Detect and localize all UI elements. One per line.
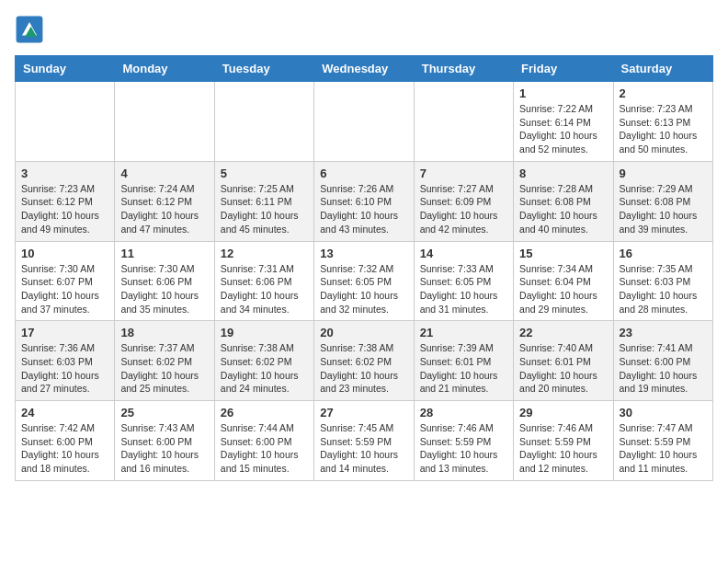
calendar-header-row: SundayMondayTuesdayWednesdayThursdayFrid… [16,56,713,82]
calendar-cell: 1Sunrise: 7:22 AM Sunset: 6:14 PM Daylig… [514,82,613,162]
day-info: Sunrise: 7:36 AM Sunset: 6:03 PM Dayligh… [21,341,108,396]
day-info: Sunrise: 7:26 AM Sunset: 6:10 PM Dayligh… [320,182,407,236]
logo [15,15,48,44]
day-number: 6 [320,167,407,180]
day-number: 17 [21,326,108,339]
day-number: 8 [519,167,607,180]
calendar-week-row: 1Sunrise: 7:22 AM Sunset: 6:14 PM Daylig… [16,82,713,162]
day-number: 26 [221,406,308,419]
day-number: 18 [120,326,208,339]
calendar-cell: 27Sunrise: 7:45 AM Sunset: 5:59 PM Dayli… [314,401,414,481]
day-info: Sunrise: 7:31 AM Sunset: 6:06 PM Dayligh… [221,262,308,316]
calendar-week-row: 10Sunrise: 7:30 AM Sunset: 6:07 PM Dayli… [16,241,713,321]
calendar-cell: 5Sunrise: 7:25 AM Sunset: 6:11 PM Daylig… [214,161,313,241]
calendar-cell: 29Sunrise: 7:46 AM Sunset: 5:59 PM Dayli… [514,401,613,481]
day-info: Sunrise: 7:41 AM Sunset: 6:00 PM Dayligh… [620,341,707,396]
calendar-cell: 13Sunrise: 7:32 AM Sunset: 6:05 PM Dayli… [314,241,414,321]
calendar-cell: 20Sunrise: 7:38 AM Sunset: 6:02 PM Dayli… [314,321,414,401]
calendar-cell: 21Sunrise: 7:39 AM Sunset: 6:01 PM Dayli… [414,321,513,401]
day-info: Sunrise: 7:47 AM Sunset: 5:59 PM Dayligh… [620,421,707,476]
day-info: Sunrise: 7:32 AM Sunset: 6:05 PM Dayligh… [320,262,407,316]
day-info: Sunrise: 7:38 AM Sunset: 6:02 PM Dayligh… [221,341,308,396]
calendar-cell: 28Sunrise: 7:46 AM Sunset: 5:59 PM Dayli… [414,401,513,481]
day-info: Sunrise: 7:27 AM Sunset: 6:09 PM Dayligh… [420,182,507,236]
calendar-cell [16,82,115,162]
day-number: 2 [620,86,707,100]
column-header-friday: Friday [514,56,613,82]
day-info: Sunrise: 7:46 AM Sunset: 5:59 PM Dayligh… [420,421,507,476]
day-number: 1 [519,86,607,100]
day-number: 22 [519,326,607,339]
calendar-cell [115,82,214,162]
calendar-cell: 9Sunrise: 7:29 AM Sunset: 6:08 PM Daylig… [613,161,712,241]
day-info: Sunrise: 7:44 AM Sunset: 6:00 PM Dayligh… [221,421,308,476]
day-info: Sunrise: 7:39 AM Sunset: 6:01 PM Dayligh… [420,341,507,396]
day-number: 9 [620,167,707,180]
page-header [15,15,713,44]
day-info: Sunrise: 7:22 AM Sunset: 6:14 PM Dayligh… [519,102,607,156]
day-info: Sunrise: 7:35 AM Sunset: 6:03 PM Dayligh… [620,262,707,316]
day-info: Sunrise: 7:23 AM Sunset: 6:13 PM Dayligh… [620,102,707,156]
day-number: 3 [21,167,108,180]
day-info: Sunrise: 7:33 AM Sunset: 6:05 PM Dayligh… [420,262,507,316]
day-number: 14 [420,247,507,260]
calendar-cell: 30Sunrise: 7:47 AM Sunset: 5:59 PM Dayli… [613,401,712,481]
column-header-tuesday: Tuesday [214,56,313,82]
day-info: Sunrise: 7:23 AM Sunset: 6:12 PM Dayligh… [21,182,108,236]
day-info: Sunrise: 7:30 AM Sunset: 6:07 PM Dayligh… [21,262,108,316]
calendar-cell: 14Sunrise: 7:33 AM Sunset: 6:05 PM Dayli… [414,241,513,321]
day-number: 21 [420,326,507,339]
calendar-cell: 18Sunrise: 7:37 AM Sunset: 6:02 PM Dayli… [115,321,214,401]
calendar-week-row: 24Sunrise: 7:42 AM Sunset: 6:00 PM Dayli… [16,401,713,481]
day-number: 16 [620,247,707,260]
day-info: Sunrise: 7:45 AM Sunset: 5:59 PM Dayligh… [320,421,407,476]
day-number: 13 [320,247,407,260]
calendar-cell: 3Sunrise: 7:23 AM Sunset: 6:12 PM Daylig… [16,161,115,241]
day-number: 15 [519,247,607,260]
column-header-saturday: Saturday [613,56,712,82]
calendar-cell: 15Sunrise: 7:34 AM Sunset: 6:04 PM Dayli… [514,241,613,321]
calendar-cell: 26Sunrise: 7:44 AM Sunset: 6:00 PM Dayli… [214,401,313,481]
column-header-sunday: Sunday [16,56,115,82]
day-number: 30 [620,406,707,419]
calendar-cell: 24Sunrise: 7:42 AM Sunset: 6:00 PM Dayli… [16,401,115,481]
column-header-thursday: Thursday [414,56,513,82]
day-number: 23 [620,326,707,339]
day-number: 24 [21,406,108,419]
day-info: Sunrise: 7:37 AM Sunset: 6:02 PM Dayligh… [120,341,208,396]
calendar-cell [414,82,513,162]
day-number: 4 [120,167,208,180]
column-header-monday: Monday [115,56,214,82]
day-info: Sunrise: 7:25 AM Sunset: 6:11 PM Dayligh… [221,182,308,236]
calendar-cell: 22Sunrise: 7:40 AM Sunset: 6:01 PM Dayli… [514,321,613,401]
day-number: 27 [320,406,407,419]
calendar-cell [214,82,313,162]
day-info: Sunrise: 7:42 AM Sunset: 6:00 PM Dayligh… [21,421,108,476]
day-number: 7 [420,167,507,180]
column-header-wednesday: Wednesday [314,56,414,82]
day-info: Sunrise: 7:46 AM Sunset: 5:59 PM Dayligh… [519,421,607,476]
day-info: Sunrise: 7:43 AM Sunset: 6:00 PM Dayligh… [120,421,208,476]
day-info: Sunrise: 7:30 AM Sunset: 6:06 PM Dayligh… [120,262,208,316]
calendar-week-row: 3Sunrise: 7:23 AM Sunset: 6:12 PM Daylig… [16,161,713,241]
calendar-cell: 7Sunrise: 7:27 AM Sunset: 6:09 PM Daylig… [414,161,513,241]
day-number: 11 [120,247,208,260]
calendar-cell: 6Sunrise: 7:26 AM Sunset: 6:10 PM Daylig… [314,161,414,241]
calendar-cell: 12Sunrise: 7:31 AM Sunset: 6:06 PM Dayli… [214,241,313,321]
day-number: 5 [221,167,308,180]
calendar-table: SundayMondayTuesdayWednesdayThursdayFrid… [15,55,713,481]
day-number: 25 [120,406,208,419]
calendar-week-row: 17Sunrise: 7:36 AM Sunset: 6:03 PM Dayli… [16,321,713,401]
day-info: Sunrise: 7:34 AM Sunset: 6:04 PM Dayligh… [519,262,607,316]
day-number: 20 [320,326,407,339]
day-info: Sunrise: 7:29 AM Sunset: 6:08 PM Dayligh… [620,182,707,236]
calendar-cell: 11Sunrise: 7:30 AM Sunset: 6:06 PM Dayli… [115,241,214,321]
calendar-cell: 16Sunrise: 7:35 AM Sunset: 6:03 PM Dayli… [613,241,712,321]
day-number: 29 [519,406,607,419]
calendar-cell: 23Sunrise: 7:41 AM Sunset: 6:00 PM Dayli… [613,321,712,401]
day-number: 19 [221,326,308,339]
calendar-cell: 4Sunrise: 7:24 AM Sunset: 6:12 PM Daylig… [115,161,214,241]
day-info: Sunrise: 7:28 AM Sunset: 6:08 PM Dayligh… [519,182,607,236]
day-number: 12 [221,247,308,260]
calendar-cell: 17Sunrise: 7:36 AM Sunset: 6:03 PM Dayli… [16,321,115,401]
